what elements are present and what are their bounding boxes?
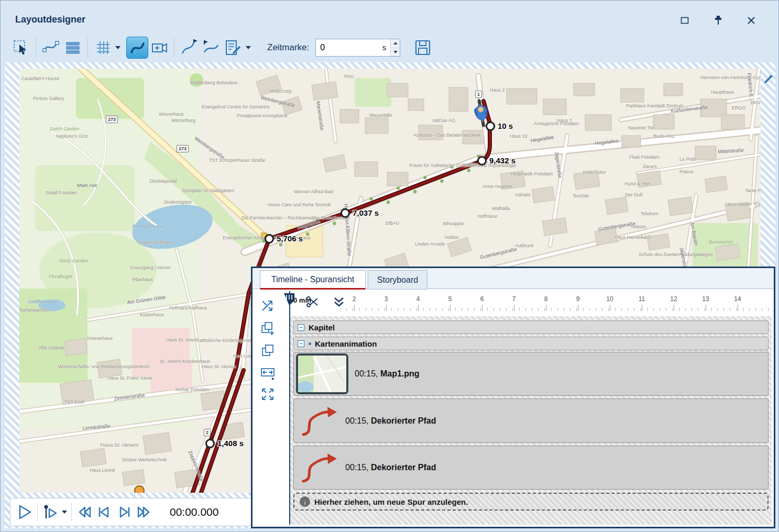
ruler-tick-minor	[474, 308, 475, 311]
maximize-button[interactable]	[675, 11, 694, 30]
collapse-all-icon	[332, 295, 346, 309]
group-row-kapitel[interactable]: − Kapitel	[293, 320, 769, 334]
map-label: Haus 7	[557, 118, 572, 123]
map-label: Anne Aegerter	[482, 184, 513, 189]
clip-name: Map1.png	[380, 369, 420, 378]
ruler-tick-minor	[557, 308, 558, 311]
ruler-tick-minor	[628, 308, 628, 311]
map-label: Lennéstraße	[82, 423, 111, 431]
grid-dropdown-button[interactable]	[114, 37, 122, 59]
map-label: Werner-Alfred-Bad	[294, 189, 333, 194]
road-ref-badge: 273	[177, 145, 189, 152]
clip-row-pfad-1[interactable]: 00:15, Dekorierter Pfad	[293, 398, 769, 443]
form-edit-button[interactable]	[222, 37, 244, 59]
clip-row-pfad-2[interactable]: 00:15, Dekorierter Pfad	[293, 446, 769, 490]
ruler-tick-minor	[480, 308, 481, 311]
ruler-tick-major	[642, 305, 642, 311]
time-marker[interactable]	[477, 156, 487, 165]
add-track-button[interactable]	[259, 319, 277, 337]
skip-forward-button[interactable]	[134, 502, 154, 522]
time-marker[interactable]	[265, 234, 274, 243]
zeitmarke-spin-up[interactable]	[391, 39, 400, 48]
map-label: Jägerstraße	[554, 151, 563, 179]
ruler-tick-major	[546, 305, 546, 311]
zeitmarke-input[interactable]	[316, 39, 380, 56]
collapse-button[interactable]: −	[298, 340, 304, 347]
edit-curve-button[interactable]	[40, 37, 62, 59]
path-tool-button[interactable]	[126, 37, 148, 59]
clip-duration: 00:15,	[345, 416, 368, 425]
map-label: Marly Garden	[59, 258, 88, 263]
marker-dropdown-button[interactable]	[60, 501, 69, 523]
map-label: Hund & Herr	[624, 181, 651, 186]
playhead-icon[interactable]	[283, 292, 295, 307]
triangle-down-icon	[393, 51, 398, 53]
play-from-marker-button[interactable]	[40, 502, 60, 522]
form-dropdown-button[interactable]	[244, 37, 253, 59]
pin-button[interactable]	[709, 11, 728, 30]
arrange-button[interactable]	[259, 297, 277, 315]
chevron-down-icon	[115, 46, 120, 49]
chevron-down-icon	[246, 46, 251, 49]
map-label: Weinbergstraße	[193, 136, 225, 160]
new-track-dropzone[interactable]: ↓ Hierher ziehen, um neue Spur anzulegen…	[293, 493, 769, 511]
go-end-button[interactable]	[114, 502, 134, 522]
zeitmarke-spin-down[interactable]	[391, 48, 400, 57]
time-marker[interactable]	[341, 208, 350, 218]
object-list-button[interactable]	[62, 37, 84, 59]
timeline-ruler: 0 min 234567891011121314	[290, 291, 772, 316]
collapse-button[interactable]: −	[298, 324, 304, 331]
ruler-tick-minor	[500, 308, 500, 311]
map-label: Hoffriseur	[477, 214, 498, 219]
map-label: Tante Pau...	[745, 188, 761, 193]
duplicate-track-button[interactable]	[259, 341, 277, 359]
edit-pen-icon[interactable]	[763, 74, 774, 84]
close-button[interactable]	[742, 11, 761, 30]
play-button[interactable]	[15, 502, 35, 522]
path-start-button[interactable]	[178, 37, 200, 59]
select-tool-button[interactable]	[10, 37, 32, 59]
ruler-number: 2	[353, 295, 356, 303]
camera-button[interactable]	[148, 37, 170, 59]
ruler-tick-minor	[755, 308, 756, 311]
map-label: Home Care und Reha Technik	[268, 202, 331, 207]
ruler-tick-minor	[762, 308, 762, 311]
map-label: Winzerberg	[171, 118, 195, 123]
grid-button[interactable]	[92, 37, 114, 59]
ruler-tick-minor	[685, 308, 686, 311]
close-icon	[747, 16, 755, 25]
map-label: noidue	[445, 235, 459, 240]
ruler-tick-minor	[679, 308, 679, 311]
map-label: Float Potsdam	[629, 154, 660, 160]
expand-tracks-button[interactable]	[259, 385, 277, 403]
ruler-tick-minor	[608, 308, 609, 311]
map-label: Kinki Color	[583, 170, 606, 175]
fit-width-button[interactable]	[259, 363, 277, 381]
form-edit-icon	[224, 38, 243, 57]
ruler-tick-minor	[366, 308, 366, 311]
ruler-number: 10	[606, 295, 613, 303]
skip-back-button[interactable]	[74, 502, 94, 522]
tab-storyboard[interactable]: Storyboard	[368, 270, 427, 290]
map-label: Dreikönigstor	[164, 199, 192, 205]
tab-timeline-spuransicht[interactable]: Timeline - Spuransicht	[260, 270, 366, 290]
collapse-all-button[interactable]	[331, 294, 347, 310]
clip-row-map[interactable]: 00:15, Map1.png	[293, 352, 769, 396]
map-label: Evangelical Centre for Geriatrics	[202, 104, 270, 109]
path-end-button[interactable]	[200, 37, 222, 59]
group-row-kartenanimation[interactable]: − Kartenanimation	[293, 337, 769, 350]
map-label: Haus Hansen	[615, 235, 643, 240]
ruler-number: 13	[702, 295, 709, 303]
scissors-button[interactable]	[305, 294, 321, 310]
pin-icon	[714, 15, 723, 26]
ruler-tick-minor	[359, 308, 360, 311]
ruler-tick-minor	[385, 308, 385, 311]
ruler-tick-minor	[398, 308, 398, 311]
ruler-number: 14	[734, 295, 741, 303]
time-marker[interactable]	[486, 121, 495, 131]
ruler-tick-minor	[596, 308, 596, 311]
time-marker[interactable]	[205, 439, 215, 448]
go-start-button[interactable]	[94, 502, 114, 522]
save-button[interactable]	[412, 37, 434, 59]
timeline-side-toolbar	[259, 297, 283, 407]
